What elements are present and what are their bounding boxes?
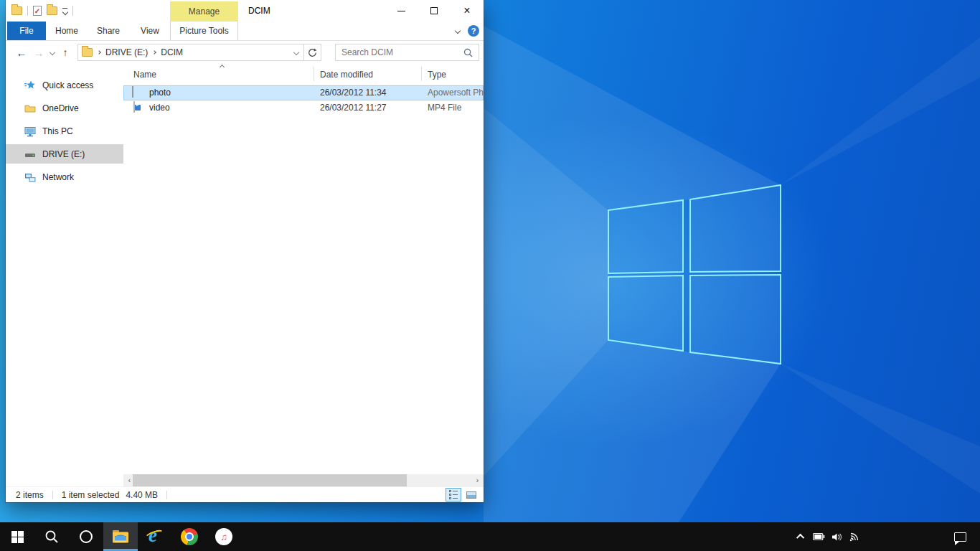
sidebar-item-this-pc[interactable]: This PC	[6, 121, 123, 141]
column-header-date-modified[interactable]: Date modified	[320, 70, 373, 80]
sidebar-item-label: OneDrive	[42, 103, 79, 113]
tab-share[interactable]: Share	[88, 22, 129, 40]
network-icon	[24, 171, 36, 183]
column-separator[interactable]	[314, 67, 314, 81]
cortana-button[interactable]	[69, 522, 103, 551]
minimize-button[interactable]	[385, 0, 418, 22]
chrome-icon	[181, 528, 198, 545]
chevron-down-icon	[62, 9, 67, 14]
windows-logo-panes	[608, 185, 781, 364]
column-header-type[interactable]: Type	[428, 70, 446, 80]
forward-button[interactable]: →	[30, 44, 47, 61]
search-input[interactable]	[336, 47, 463, 57]
sidebar-item-onedrive[interactable]: OneDrive	[6, 98, 123, 118]
search-box[interactable]	[335, 44, 479, 61]
file-date-modified: 26/03/2012 11:34	[320, 88, 387, 98]
up-button[interactable]: ↑	[57, 44, 73, 61]
network-indicator[interactable]	[846, 522, 864, 551]
photo-thumb-image	[132, 86, 133, 98]
tab-home[interactable]: Home	[46, 22, 88, 40]
internet-explorer-icon: e	[145, 527, 165, 547]
recent-locations-button[interactable]	[47, 44, 57, 61]
scrollbar-thumb[interactable]	[133, 474, 407, 486]
this-pc-monitor-icon	[24, 126, 36, 137]
taskbar-search-button[interactable]	[34, 522, 69, 551]
details-view-button[interactable]	[446, 488, 461, 501]
tab-view[interactable]: View	[129, 22, 171, 40]
properties-button[interactable]: ✓	[33, 6, 42, 16]
taskbar: e ♫	[0, 522, 980, 551]
manage-contextual-group[interactable]: Manage	[170, 1, 238, 22]
system-tray	[792, 522, 980, 551]
file-name: video	[149, 103, 170, 113]
drive-icon	[24, 149, 36, 160]
file-row-photo[interactable]: photo 26/03/2012 11:34 Apowersoft Pho	[123, 85, 484, 100]
manage-label: Manage	[189, 6, 220, 17]
file-row-video[interactable]: video 26/03/2012 11:27 MP4 File	[123, 100, 484, 116]
view-toggles	[446, 488, 479, 501]
file-type: Apowersoft Pho	[428, 88, 484, 98]
quick-access-toolbar: ✓	[11, 0, 73, 22]
sidebar-item-drive-e[interactable]: DRIVE (E:)	[6, 144, 123, 164]
quick-access-star-icon	[24, 80, 36, 91]
action-center-button[interactable]	[944, 532, 976, 542]
internet-explorer-button[interactable]: e	[138, 522, 172, 551]
address-bar[interactable]: DRIVE (E:) DCIM	[77, 44, 304, 61]
file-explorer-icon	[111, 528, 130, 545]
sort-ascending-icon	[220, 65, 225, 70]
action-center-icon	[954, 532, 966, 542]
column-separator[interactable]	[421, 67, 422, 81]
start-button[interactable]	[0, 522, 34, 551]
main-area: Quick access OneDrive This PC DRIVE (E:)	[6, 64, 484, 486]
file-name: photo	[149, 88, 171, 98]
help-button[interactable]: ?	[468, 25, 479, 37]
sidebar-item-network[interactable]: Network	[6, 167, 123, 187]
sidebar-item-label: Network	[42, 172, 74, 182]
sidebar-item-label: Quick access	[42, 80, 93, 90]
video-file-icon	[132, 102, 143, 113]
back-button[interactable]: ←	[13, 44, 30, 61]
chevron-down-icon	[293, 50, 299, 55]
status-bar: 2 items 1 item selected 4.40 MB	[6, 486, 484, 502]
speaker-icon	[831, 532, 843, 542]
new-folder-button[interactable]	[47, 6, 57, 15]
photo-thumbnail-icon	[132, 87, 143, 98]
ribbon-tab-strip: File Home Share View Picture Tools ?	[6, 22, 484, 41]
details-view-icon	[449, 490, 458, 499]
breadcrumb-drive[interactable]: DRIVE (E:)	[100, 47, 153, 57]
windows-logo-icon	[11, 531, 24, 543]
tab-file[interactable]: File	[7, 22, 46, 40]
breadcrumb-dcim[interactable]: DCIM	[156, 47, 188, 57]
ribbon-right-controls: ?	[456, 22, 479, 40]
chrome-button[interactable]	[172, 522, 207, 551]
minimize-icon	[397, 11, 405, 11]
navigation-pane: Quick access OneDrive This PC DRIVE (E:)	[6, 64, 123, 486]
battery-indicator[interactable]	[810, 522, 828, 551]
battery-icon	[813, 532, 825, 541]
search-icon	[44, 529, 60, 545]
thumbnails-view-icon	[466, 491, 476, 499]
expand-ribbon-button[interactable]	[455, 28, 461, 34]
scroll-right-arrow[interactable]: ›	[471, 474, 484, 486]
volume-indicator[interactable]	[828, 522, 846, 551]
location-folder-icon	[82, 48, 93, 57]
sidebar-item-quick-access[interactable]: Quick access	[6, 75, 123, 95]
horizontal-scrollbar[interactable]: ‹ ›	[123, 474, 484, 486]
close-button[interactable]: ×	[451, 0, 484, 22]
itunes-button[interactable]: ♫	[207, 522, 241, 551]
column-header-name[interactable]: Name	[133, 70, 156, 80]
tab-picture-tools[interactable]: Picture Tools	[170, 22, 238, 40]
cortana-circle-icon	[80, 530, 93, 543]
sidebar-item-label: DRIVE (E:)	[42, 149, 85, 159]
customize-quick-access-button[interactable]	[62, 8, 67, 14]
tray-expand-button[interactable]	[792, 522, 810, 551]
separator	[52, 491, 53, 499]
maximize-icon	[430, 7, 438, 14]
thumbnails-view-button[interactable]	[463, 488, 479, 501]
close-icon: ×	[463, 5, 470, 17]
file-explorer-taskbar-button[interactable]	[103, 522, 138, 551]
address-dropdown-button[interactable]	[289, 50, 303, 55]
title-bar[interactable]: ✓ Manage DCIM ×	[6, 0, 484, 22]
refresh-button[interactable]	[304, 44, 321, 61]
maximize-button[interactable]	[418, 0, 451, 22]
